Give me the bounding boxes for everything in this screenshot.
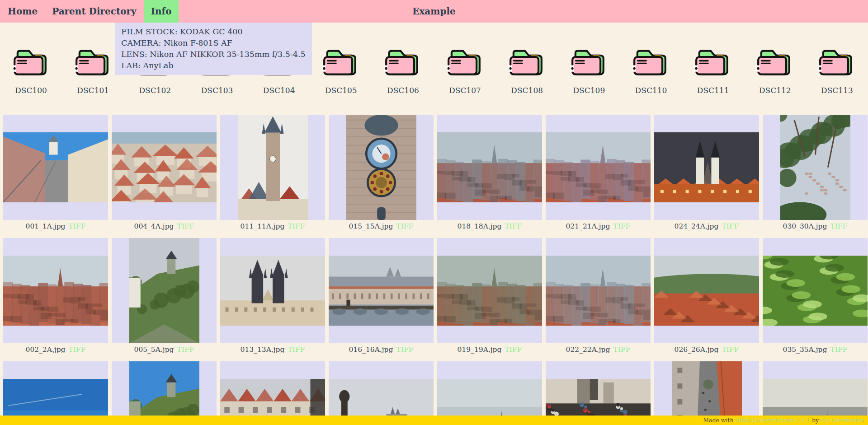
photo-thumbnail[interactable] xyxy=(763,238,868,343)
info-line-lab: LAB: AnyLab xyxy=(121,60,306,71)
tiff-link[interactable]: TIFF xyxy=(830,222,847,230)
folder-item[interactable]: DSC105 xyxy=(310,48,372,95)
photo-filename: 026_26A.jpg xyxy=(675,346,719,354)
tiff-link[interactable]: TIFF xyxy=(68,346,85,354)
photo-cell: 024_24A.jpg TIFF xyxy=(654,115,759,238)
photo-cell: 021_21A.jpg TIFF xyxy=(546,115,651,238)
photo-thumbnail[interactable] xyxy=(437,238,542,343)
photo-filename: 024_24A.jpg xyxy=(675,222,719,230)
info-dropdown: FILM STOCK: KODAK GC 400 CAMERA: Nikon F… xyxy=(115,23,312,75)
folder-label: DSC110 xyxy=(635,86,667,95)
tiff-link[interactable]: TIFF xyxy=(396,346,413,354)
photo-thumbnail[interactable] xyxy=(763,115,868,220)
folder-label: DSC100 xyxy=(15,86,47,95)
folder-icon xyxy=(12,48,50,78)
photo-thumbnail[interactable] xyxy=(546,238,651,343)
footer-builder-link[interactable]: StaticGalleryBuilder 2.3.1 xyxy=(736,417,810,424)
photo-image xyxy=(346,115,416,220)
folder-label: DSC113 xyxy=(821,86,853,95)
folder-item[interactable]: DSC100 xyxy=(0,48,62,95)
nav-item-info[interactable]: Info xyxy=(144,0,179,23)
tiff-link[interactable]: TIFF xyxy=(722,222,739,230)
photo-image xyxy=(546,132,651,202)
footer-author-link[interactable]: Flo Greistorfer xyxy=(821,417,863,424)
photo-thumbnail[interactable] xyxy=(546,115,651,220)
folder-label: DSC106 xyxy=(387,86,419,95)
photo-filename: 005_5A.jpg xyxy=(134,346,174,354)
folder-item[interactable]: DSC108 xyxy=(496,48,558,95)
folder-item[interactable]: DSC112 xyxy=(744,48,806,95)
tiff-link[interactable]: TIFF xyxy=(177,222,194,230)
folder-item[interactable]: DSC113 xyxy=(806,48,868,95)
photo-thumbnail[interactable] xyxy=(220,115,325,220)
photo-caption: 011_11A.jpg TIFF xyxy=(220,220,325,238)
folder-icon xyxy=(384,48,422,78)
tiff-link[interactable]: TIFF xyxy=(288,346,305,354)
photo-thumbnail[interactable] xyxy=(654,115,759,220)
folder-item[interactable]: DSC111 xyxy=(682,48,744,95)
tiff-link[interactable]: TIFF xyxy=(505,346,522,354)
folder-item[interactable]: DSC110 xyxy=(620,48,682,95)
photo-filename: 022_22A.jpg xyxy=(566,346,610,354)
photo-cell: 001_1A.jpg TIFF xyxy=(3,115,108,238)
photo-image xyxy=(654,132,759,202)
folder-icon xyxy=(818,48,856,78)
photo-caption: 013_13A.jpg TIFF xyxy=(220,343,325,361)
folder-icon xyxy=(74,48,112,78)
tiff-link[interactable]: TIFF xyxy=(613,346,630,354)
folder-icon xyxy=(570,48,608,78)
photo-caption: 035_35A.jpg TIFF xyxy=(763,343,868,361)
photo-caption: 001_1A.jpg TIFF xyxy=(3,220,108,238)
photo-filename: 013_13A.jpg xyxy=(241,346,285,354)
photo-cell: 005_5A.jpg TIFF xyxy=(112,238,217,361)
photo-thumbnail[interactable] xyxy=(654,238,759,343)
photo-image xyxy=(780,115,850,220)
photo-image xyxy=(112,132,217,202)
tiff-link[interactable]: TIFF xyxy=(505,222,522,230)
photo-thumbnail[interactable] xyxy=(3,238,108,343)
photo-cell: 015_15A.jpg TIFF xyxy=(329,115,434,238)
page-title: Example xyxy=(412,0,456,23)
photo-caption: 022_22A.jpg TIFF xyxy=(546,343,651,361)
folder-label: DSC107 xyxy=(449,86,481,95)
info-line-camera: CAMERA: Nikon F-801S AF xyxy=(121,37,306,49)
photo-caption: 024_24A.jpg TIFF xyxy=(654,220,759,238)
photo-thumbnail[interactable] xyxy=(220,238,325,343)
tiff-link[interactable]: TIFF xyxy=(613,222,630,230)
folder-icon xyxy=(632,48,670,78)
tiff-link[interactable]: TIFF xyxy=(396,222,413,230)
folder-label: DSC103 xyxy=(201,86,233,95)
photo-filename: 011_11A.jpg xyxy=(241,222,285,230)
tiff-link[interactable]: TIFF xyxy=(722,346,739,354)
photo-image xyxy=(329,256,434,326)
photo-cell: 018_18A.jpg TIFF xyxy=(437,115,542,238)
nav-item-home[interactable]: Home xyxy=(1,0,44,23)
nav-item-parent-directory[interactable]: Parent Directory xyxy=(45,0,143,23)
photo-thumbnail[interactable] xyxy=(437,115,542,220)
folder-item[interactable]: DSC107 xyxy=(434,48,496,95)
folder-icon xyxy=(694,48,732,78)
photo-filename: 030_30A.jpg xyxy=(783,222,827,230)
photo-image xyxy=(763,256,868,326)
info-line-lens: LENS: Nikon AF NIKKOR 35-135mm f/3.5-4.5 xyxy=(121,49,306,60)
tiff-link[interactable]: TIFF xyxy=(68,222,85,230)
photo-thumbnail[interactable] xyxy=(329,238,434,343)
photo-thumbnail[interactable] xyxy=(112,238,217,343)
folder-icon xyxy=(508,48,546,78)
folder-item[interactable]: DSC109 xyxy=(558,48,620,95)
tiff-link[interactable]: TIFF xyxy=(830,346,847,354)
photo-caption: 005_5A.jpg TIFF xyxy=(112,343,217,361)
photo-thumbnail[interactable] xyxy=(3,115,108,220)
photo-filename: 001_1A.jpg xyxy=(26,222,66,230)
footer-bar: Made with StaticGalleryBuilder 2.3.1 by … xyxy=(0,416,868,425)
tiff-link[interactable]: TIFF xyxy=(177,346,194,354)
photo-filename: 016_16A.jpg xyxy=(349,346,393,354)
photo-thumbnail[interactable] xyxy=(112,115,217,220)
folder-icon xyxy=(756,48,794,78)
footer-period-text: . xyxy=(863,417,864,424)
photo-filename: 015_15A.jpg xyxy=(349,222,393,230)
tiff-link[interactable]: TIFF xyxy=(288,222,305,230)
folder-item[interactable]: DSC106 xyxy=(372,48,434,95)
photo-thumbnail[interactable] xyxy=(329,115,434,220)
photo-cell: 035_35A.jpg TIFF xyxy=(763,238,868,361)
